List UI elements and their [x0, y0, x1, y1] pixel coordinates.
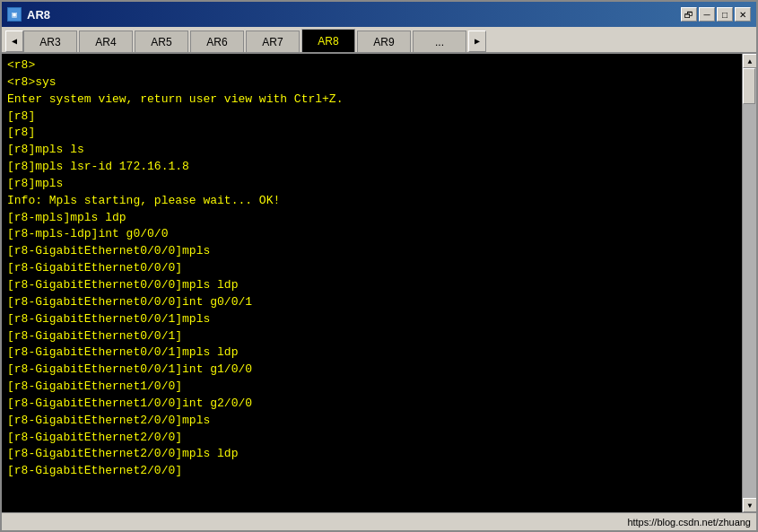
maximize-button[interactable]: □	[717, 7, 733, 22]
terminal-line: <r8>	[7, 57, 736, 74]
title-bar-left: ▣ AR8	[7, 7, 50, 22]
status-bar: https://blog.csdn.net/zhuang	[2, 512, 756, 530]
terminal-line: [r8]mpls	[7, 176, 736, 193]
terminal-line: [r8-mpls]mpls ldp	[7, 210, 736, 227]
terminal-line: [r8]	[7, 125, 736, 142]
terminal-line: <r8>sys	[7, 74, 736, 92]
scrollbar[interactable]: ▲ ▼	[742, 54, 756, 512]
tab-more[interactable]: ...	[413, 31, 466, 52]
terminal-line: [r8-GigabitEthernet1/0/0]int g2/0/0	[7, 396, 736, 413]
terminal[interactable]: <r8><r8>sysEnter system view, return use…	[2, 54, 742, 512]
terminal-line: [r8-GigabitEthernet0/0/0]mpls ldp	[7, 277, 736, 294]
terminal-line: [r8-mpls-ldp]int g0/0/0	[7, 226, 736, 243]
restore-button[interactable]: 🗗	[681, 7, 697, 22]
terminal-line: [r8-GigabitEthernet2/0/0]mpls	[7, 413, 736, 430]
tab-ar4[interactable]: AR4	[79, 31, 133, 52]
tab-ar5[interactable]: AR5	[135, 31, 188, 52]
app-icon: ▣	[7, 7, 22, 22]
terminal-line: [r8-GigabitEthernet2/0/0]	[7, 463, 736, 480]
tab-ar6[interactable]: AR6	[190, 31, 244, 52]
terminal-line: [r8-GigabitEthernet0/0/1]int g1/0/0	[7, 362, 736, 379]
tab-ar9[interactable]: AR9	[357, 31, 411, 52]
scrollbar-up[interactable]: ▲	[743, 54, 756, 68]
terminal-line: [r8-GigabitEthernet1/0/0]	[7, 379, 736, 396]
scrollbar-thumb[interactable]	[743, 68, 755, 104]
terminal-line: [r8-GigabitEthernet0/0/0]mpls	[7, 243, 736, 260]
terminal-line: [r8-GigabitEthernet0/0/1]	[7, 328, 736, 345]
terminal-line: [r8]mpls lsr-id 172.16.1.8	[7, 159, 736, 176]
tab-ar7[interactable]: AR7	[246, 31, 300, 52]
window-title: AR8	[27, 8, 50, 22]
close-button[interactable]: ✕	[735, 7, 751, 22]
title-buttons: 🗗 ─ □ ✕	[681, 7, 751, 22]
minimize-button[interactable]: ─	[699, 7, 715, 22]
main-window: ▣ AR8 🗗 ─ □ ✕ ◀ AR3 AR4 AR5 AR6 AR7 AR8 …	[0, 0, 758, 532]
title-bar: ▣ AR8 🗗 ─ □ ✕	[2, 2, 756, 27]
status-url: https://blog.csdn.net/zhuang	[627, 517, 751, 528]
terminal-line: Enter system view, return user view with…	[7, 92, 736, 109]
terminal-line: [r8-GigabitEthernet0/0/0]int g0/0/1	[7, 294, 736, 311]
terminal-line: [r8-GigabitEthernet2/0/0]mpls ldp	[7, 446, 736, 463]
main-content: <r8><r8>sysEnter system view, return use…	[2, 54, 756, 512]
tab-nav-left[interactable]: ◀	[5, 31, 23, 52]
tab-ar3[interactable]: AR3	[23, 31, 77, 52]
terminal-line: [r8-GigabitEthernet0/0/0]	[7, 260, 736, 277]
terminal-line: [r8-GigabitEthernet2/0/0]	[7, 430, 736, 447]
terminal-line: [r8-GigabitEthernet0/0/1]mpls	[7, 311, 736, 328]
tab-bar: ◀ AR3 AR4 AR5 AR6 AR7 AR8 AR9 ... ▶	[2, 27, 756, 54]
tab-ar8[interactable]: AR8	[301, 29, 355, 52]
terminal-line: [r8]	[7, 109, 736, 126]
terminal-line: [r8]mpls ls	[7, 142, 736, 159]
scrollbar-down[interactable]: ▼	[743, 498, 756, 512]
scrollbar-track[interactable]	[743, 68, 756, 498]
terminal-line: Info: Mpls starting, please wait... OK!	[7, 193, 736, 210]
terminal-line: [r8-GigabitEthernet0/0/1]mpls ldp	[7, 344, 736, 362]
tab-nav-right[interactable]: ▶	[468, 31, 486, 52]
